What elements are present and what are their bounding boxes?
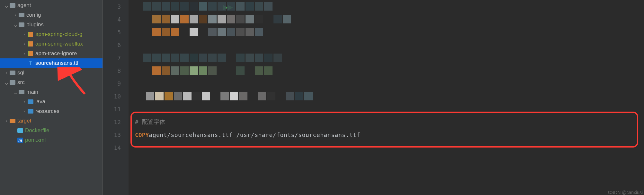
tree-item-label: target bbox=[17, 118, 31, 124]
tree-item-dockerfile[interactable]: Dockerfile bbox=[0, 126, 103, 135]
folder-icon bbox=[9, 80, 16, 85]
tree-item-label: src bbox=[17, 79, 25, 86]
obfuscated-content bbox=[143, 54, 282, 62]
module-icon bbox=[27, 41, 34, 47]
code-line-13[interactable]: COPY agent/sourcehansans.ttf /usr/share/… bbox=[129, 128, 644, 141]
line-number: 10 bbox=[103, 90, 121, 103]
line-number: 14 bbox=[103, 141, 121, 154]
folder-icon bbox=[9, 70, 16, 76]
tree-item-label: java bbox=[35, 98, 45, 105]
folder-icon bbox=[9, 3, 16, 8]
tree-item-label: apm-trace-ignore bbox=[35, 50, 77, 57]
code-line-5[interactable] bbox=[129, 26, 644, 38]
line-number: 13 bbox=[103, 128, 121, 141]
code-line-3[interactable] bbox=[129, 0, 644, 13]
tree-item-main[interactable]: ⌄main bbox=[0, 87, 103, 97]
chevron-right-icon[interactable]: › bbox=[22, 32, 27, 37]
code-text: agent/sourcehansans.ttf /usr/share/fonts… bbox=[149, 131, 360, 138]
project-tree-sidebar[interactable]: ⌄agent›config⌄plugins›apm-spring-cloud-g… bbox=[0, 0, 103, 195]
tree-item-plugins[interactable]: ⌄plugins bbox=[0, 20, 103, 30]
comment-text: # 配置字体 bbox=[135, 118, 165, 126]
code-line-11[interactable] bbox=[129, 103, 644, 115]
obfuscated-content bbox=[143, 2, 273, 11]
tree-item-target[interactable]: ›target bbox=[0, 116, 103, 126]
code-line-8[interactable] bbox=[129, 64, 644, 77]
tree-item-label: plugins bbox=[26, 21, 44, 28]
line-number-gutter: 34567891011121314 bbox=[103, 0, 129, 195]
source-folder-icon bbox=[27, 99, 34, 105]
chevron-down-icon[interactable]: ⌄ bbox=[4, 79, 9, 86]
obfuscated-content bbox=[143, 28, 263, 36]
tree-item-apm-spring-webflux[interactable]: ›apm-spring-webflux bbox=[0, 39, 103, 49]
target-folder-icon bbox=[9, 118, 16, 124]
chevron-right-icon[interactable]: › bbox=[22, 109, 27, 114]
module-icon bbox=[27, 51, 34, 56]
line-number: 4 bbox=[103, 13, 121, 26]
resource-folder-icon bbox=[27, 108, 34, 114]
line-number: 6 bbox=[103, 38, 121, 51]
font-file-icon: T bbox=[27, 60, 34, 66]
tree-item-label: sql bbox=[17, 70, 24, 76]
tree-item-sql[interactable]: ›sql bbox=[0, 68, 103, 78]
tree-item-label: Dockerfile bbox=[25, 127, 49, 134]
tree-item-label: sourcehansans.ttf bbox=[35, 60, 78, 66]
chevron-right-icon[interactable]: › bbox=[13, 13, 18, 17]
line-number: 3 bbox=[103, 0, 121, 13]
line-number: 11 bbox=[103, 103, 121, 115]
line-number: 8 bbox=[103, 64, 121, 77]
line-number: 12 bbox=[103, 115, 121, 128]
chevron-down-icon[interactable]: ⌄ bbox=[4, 2, 9, 9]
obfuscated-content bbox=[137, 92, 313, 100]
tree-item-agent[interactable]: ⌄agent bbox=[0, 1, 103, 10]
line-number: 5 bbox=[103, 26, 121, 38]
maven-file-icon: m bbox=[17, 137, 24, 143]
chevron-right-icon[interactable]: › bbox=[4, 71, 9, 75]
tree-item-label: resources bbox=[35, 108, 59, 114]
folder-icon bbox=[18, 89, 25, 95]
tree-item-label: agent bbox=[17, 2, 31, 9]
tree-item-java[interactable]: ›java bbox=[0, 97, 103, 106]
tree-item-pom-xml[interactable]: mpom.xml bbox=[0, 135, 103, 145]
code-editor[interactable]: ▶▶ 34567891011121314 # 配置字体COPY agent/so… bbox=[103, 0, 644, 195]
module-icon bbox=[27, 31, 34, 37]
tree-item-sourcehansans-ttf[interactable]: Tsourcehansans.ttf bbox=[0, 58, 103, 68]
chevron-down-icon[interactable]: ⌄ bbox=[13, 21, 18, 29]
chevron-right-icon[interactable]: › bbox=[22, 51, 27, 56]
tree-item-label: main bbox=[26, 89, 38, 95]
chevron-down-icon[interactable]: ⌄ bbox=[13, 88, 18, 96]
chevron-right-icon[interactable]: › bbox=[4, 119, 9, 123]
obfuscated-content bbox=[143, 66, 273, 75]
tree-item-label: pom.xml bbox=[25, 137, 46, 143]
code-line-9[interactable] bbox=[129, 77, 644, 90]
code-line-12[interactable]: # 配置字体 bbox=[129, 115, 644, 128]
chevron-right-icon[interactable]: › bbox=[22, 99, 27, 104]
code-line-10[interactable] bbox=[129, 90, 644, 103]
watermark: CSDN @canxiusi bbox=[608, 190, 643, 195]
tree-item-apm-trace-ignore[interactable]: ›apm-trace-ignore bbox=[0, 49, 103, 58]
line-number: 9 bbox=[103, 77, 121, 90]
tree-item-apm-spring-cloud-g[interactable]: ›apm-spring-cloud-g bbox=[0, 30, 103, 39]
tree-item-config[interactable]: ›config bbox=[0, 10, 103, 20]
keyword-text: COPY bbox=[135, 131, 149, 138]
tree-item-src[interactable]: ⌄src bbox=[0, 78, 103, 87]
tree-item-label: apm-spring-cloud-g bbox=[35, 31, 82, 38]
chevron-right-icon[interactable]: › bbox=[22, 42, 27, 46]
folder-icon bbox=[18, 22, 25, 28]
obfuscated-content bbox=[143, 15, 291, 23]
docker-file-icon bbox=[17, 128, 24, 133]
code-content[interactable]: # 配置字体COPY agent/sourcehansans.ttf /usr/… bbox=[129, 0, 644, 195]
folder-icon bbox=[18, 12, 25, 18]
line-number: 7 bbox=[103, 51, 121, 64]
code-line-7[interactable] bbox=[129, 51, 644, 64]
tree-item-label: config bbox=[26, 12, 41, 18]
code-line-4[interactable] bbox=[129, 13, 644, 26]
tree-item-resources[interactable]: ›resources bbox=[0, 106, 103, 116]
code-line-14[interactable] bbox=[129, 141, 644, 154]
tree-item-label: apm-spring-webflux bbox=[35, 41, 83, 47]
code-line-6[interactable] bbox=[129, 38, 644, 51]
